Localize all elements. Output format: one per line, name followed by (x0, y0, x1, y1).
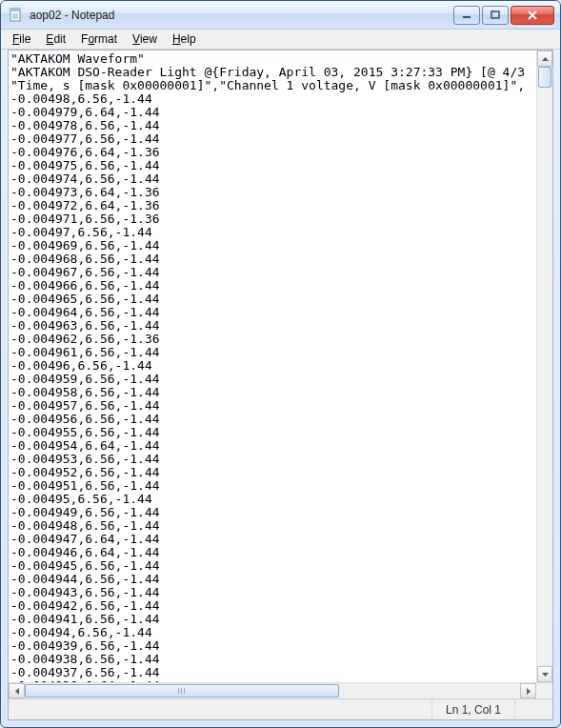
svg-rect-5 (463, 16, 471, 18)
vscroll-thumb[interactable] (538, 67, 551, 88)
menu-format[interactable]: Format (73, 30, 125, 48)
svg-marker-10 (542, 673, 549, 677)
close-icon (527, 10, 538, 20)
svg-marker-11 (15, 688, 19, 695)
minimize-button[interactable] (453, 6, 480, 25)
minimize-icon (462, 10, 471, 20)
chevron-down-icon (542, 673, 549, 677)
svg-rect-1 (10, 9, 20, 11)
maximize-button[interactable] (482, 6, 509, 25)
client-area: "AKTAKOM Waveform" "AKTAKOM DSO-Reader L… (8, 50, 553, 720)
hscroll-track[interactable] (25, 683, 520, 698)
chevron-left-icon (15, 688, 19, 695)
menu-help[interactable]: Help (165, 30, 204, 48)
hscroll-thumb[interactable] (25, 684, 339, 698)
text-viewport: "AKTAKOM Waveform" "AKTAKOM DSO-Reader L… (9, 51, 552, 682)
scroll-right-button[interactable] (520, 683, 536, 698)
text-content[interactable]: "AKTAKOM Waveform" "AKTAKOM DSO-Reader L… (9, 51, 536, 682)
vertical-scrollbar[interactable] (536, 51, 552, 682)
window-buttons (451, 6, 554, 25)
menu-edit[interactable]: Edit (38, 30, 73, 48)
scroll-left-button[interactable] (9, 683, 25, 698)
vscroll-track[interactable] (537, 67, 552, 666)
notepad-icon (9, 8, 24, 23)
menu-file[interactable]: File (5, 30, 38, 48)
window-title: aop02 - Notepad (30, 9, 451, 22)
maximize-icon (491, 10, 500, 20)
notepad-window: aop02 - Notepad File Edit Format View He… (0, 0, 561, 728)
status-position: Ln 1, Col 1 (431, 699, 514, 719)
chevron-up-icon (542, 57, 549, 61)
scroll-down-button[interactable] (537, 666, 552, 682)
chevron-right-icon (527, 688, 531, 695)
close-button[interactable] (511, 6, 554, 25)
svg-rect-6 (491, 11, 499, 18)
status-empty (514, 699, 552, 719)
svg-marker-9 (542, 57, 549, 61)
scroll-up-button[interactable] (537, 51, 552, 67)
size-grip[interactable] (536, 683, 552, 698)
horizontal-scrollbar[interactable] (9, 682, 552, 698)
titlebar[interactable]: aop02 - Notepad (1, 1, 560, 30)
menubar: File Edit Format View Help (1, 30, 560, 50)
svg-marker-12 (527, 688, 531, 695)
statusbar: Ln 1, Col 1 (9, 698, 552, 719)
menu-view[interactable]: View (125, 30, 165, 48)
